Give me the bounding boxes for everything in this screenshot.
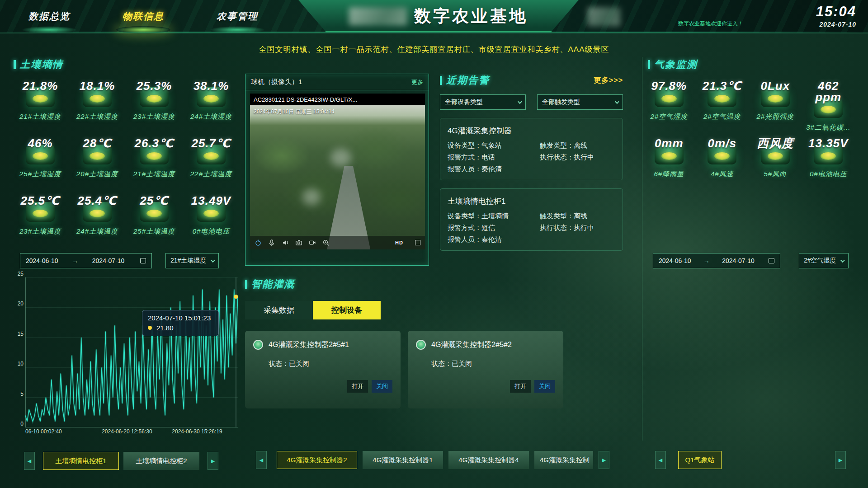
alarm-field-value: 执行中 [574, 224, 594, 231]
date-to[interactable]: 2024-07-10 [92, 257, 125, 264]
metric-value: 97.8% [651, 80, 687, 92]
metric-card: 0m/s 4#风速 [696, 133, 749, 191]
nav-tab[interactable]: 物联信息 [109, 4, 177, 33]
volume-icon[interactable] [282, 239, 289, 246]
close-button[interactable]: 关闭 [372, 380, 392, 393]
metric-label: 23#土壤温度 [19, 227, 61, 236]
chevron-down-icon [211, 258, 215, 263]
metric-value: 13.49V [191, 195, 231, 206]
date-from[interactable]: 2024-06-10 [26, 257, 58, 264]
camera-title: 球机（摄像头）1 [251, 78, 302, 86]
alarm-more-link[interactable]: 更多>>> [594, 76, 623, 85]
metric-card: 13.35V 0#电池电压 [802, 133, 855, 191]
date-range-picker[interactable]: 2024-06-10 → 2024-07-10 [653, 253, 780, 268]
open-button[interactable]: 打开 [510, 380, 531, 393]
page-title: 数字农业基地 [414, 5, 528, 28]
camera-more-link[interactable]: 更多 [411, 78, 423, 86]
alarm-field-label: 报警人员： [448, 235, 481, 243]
alarm-field-value: 气象站 [481, 141, 502, 149]
alarm-field: 触发类型：离线 [540, 141, 615, 150]
close-button[interactable]: 关闭 [534, 380, 555, 393]
zoom-in-icon[interactable] [322, 239, 330, 246]
date-from[interactable]: 2024-06-10 [659, 257, 691, 264]
pager-item[interactable]: 土壤墒情电控柜2 [123, 452, 199, 470]
nav-tab[interactable]: 数据总览 [15, 4, 83, 33]
pager-next-icon[interactable]: ▶ [208, 452, 218, 470]
metric-card: 0Lux 2#光照强度 [749, 76, 802, 133]
x-tick-label: 2024-06-30 15:26:19 [172, 428, 222, 435]
calendar-icon [769, 258, 774, 263]
camera-header: 球机（摄像头）1 更多 [245, 74, 429, 90]
weather-series-value: 2#空气湿度 [804, 257, 836, 265]
date-to[interactable]: 2024-07-10 [722, 257, 755, 264]
pager-item[interactable]: 4G灌溉采集控制器1 [363, 451, 443, 469]
metric-label: 2#空气湿度 [650, 113, 688, 121]
alarm-field: 报警人员：秦伦清 [448, 165, 540, 174]
pager-prev-icon[interactable]: ◀ [24, 452, 35, 470]
blur-spot [330, 149, 351, 167]
metric-card: 21.3℃ 2#空气温度 [696, 76, 749, 133]
pager-next-icon[interactable]: ▶ [599, 451, 609, 469]
weather-series-select[interactable]: 2#空气湿度 [799, 253, 849, 268]
metric-card: 西风度 5#风向 [749, 133, 802, 191]
pager-item[interactable]: 4G灌溉采集控制器4 [448, 451, 529, 469]
pager-item[interactable]: Q1气象站 [678, 451, 722, 469]
pager-item[interactable]: 4G灌溉采集控制 [534, 451, 593, 469]
metric-label: 21#土壤温度 [133, 170, 175, 178]
alarm-field: 执行状态：执行中 [540, 153, 615, 162]
irrigation-device-list: 4G灌溉采集控制器2#5#1 状态：已关闭 打开 关闭 4G灌溉采集控制器2#5… [245, 331, 563, 408]
metric-label: 24#土壤温度 [76, 227, 118, 236]
tab-collect-data[interactable]: 采集数据 [245, 301, 313, 319]
alarm-title-text: 近期告警 [446, 74, 490, 87]
record-icon[interactable] [309, 239, 316, 246]
device-type-select[interactable]: 全部设备类型 [440, 94, 526, 110]
y-tick-label: 5 [20, 391, 24, 397]
chevron-down-icon [615, 99, 619, 104]
alarm-field-value: 短信 [481, 224, 495, 231]
camera-control-bar: HD [250, 236, 425, 249]
nav-tab[interactable]: 农事管理 [203, 4, 271, 33]
soil-series-select[interactable]: 21#土壤湿度 [165, 253, 219, 268]
device-status-label: 状态： [431, 360, 452, 367]
video-player[interactable]: AC2830121 DS-2DE4423IW-D/GLT/X... 2024年0… [250, 94, 425, 249]
device-buttons: 打开 关闭 [416, 380, 555, 393]
pager-item[interactable]: 土壤墒情电控柜1 [43, 452, 119, 470]
open-button[interactable]: 打开 [347, 380, 368, 393]
dashboard: 数据总览 物联信息 农事管理 数字农业基地 数字农业基地欢迎你进入！ 15:04… [0, 0, 868, 488]
irrigation-device-card: 4G灌溉采集控制器2#5#1 状态：已关闭 打开 关闭 [245, 331, 401, 408]
metric-card: 25.4℃ 24#土壤温度 [69, 191, 126, 248]
date-range-picker[interactable]: 2024-06-10 → 2024-07-10 [20, 253, 152, 268]
nav-tab-label: 数据总览 [15, 4, 83, 23]
alarm-header: 近期告警 更多>>> [440, 74, 623, 87]
header-underline [0, 32, 868, 33]
pager-prev-icon[interactable]: ◀ [256, 451, 267, 469]
snapshot-icon[interactable] [295, 239, 302, 246]
trigger-type-select[interactable]: 全部触发类型 [537, 94, 623, 110]
x-tick-label: 06-10 00:02:40 [25, 428, 62, 435]
hd-badge[interactable]: HD [395, 240, 403, 245]
microphone-icon[interactable] [268, 239, 275, 246]
alarm-field-label: 设备类型： [448, 212, 481, 220]
metric-value: 38.1% [193, 80, 229, 92]
metric-value: 13.35V [808, 138, 848, 149]
alarm-fields: 设备类型：土壤墒情触发类型：离线报警方式：短信执行状态：执行中报警人员：秦伦清 [448, 212, 615, 244]
alarm-field: 报警方式：短信 [448, 224, 540, 232]
power-icon[interactable] [255, 239, 262, 246]
title-banner: 数字农业基地 [298, 0, 579, 33]
pager-next-icon[interactable]: ▶ [835, 451, 846, 469]
soil-date-range: 2024-06-10 → 2024-07-10 [20, 253, 152, 268]
alarm-field: 报警方式：电话 [448, 153, 540, 162]
alarm-field-value: 秦伦清 [481, 235, 502, 243]
metric-card: 21.8% 21#土壤湿度 [12, 76, 69, 133]
tab-control-devices[interactable]: 控制设备 [313, 301, 381, 319]
alarm-field-value: 土壤墒情 [481, 212, 509, 220]
pager-item[interactable]: 4G灌溉采集控制器2 [277, 451, 357, 469]
metric-label: 22#土壤湿度 [76, 113, 118, 121]
soil-pager-items: 土壤墒情电控柜1 土壤墒情电控柜2 [43, 452, 199, 470]
metric-value: 25.3% [137, 80, 172, 92]
metric-card: 462 ppm 3#二氧化碳... [802, 76, 855, 133]
camera-timestamp-overlay: 2024年07月10日 星期三 15:04:14 [254, 108, 335, 116]
pager-prev-icon[interactable]: ◀ [655, 451, 666, 469]
fullscreen-icon[interactable] [415, 240, 420, 245]
soil-title-text: 土壤墒情 [20, 58, 63, 71]
